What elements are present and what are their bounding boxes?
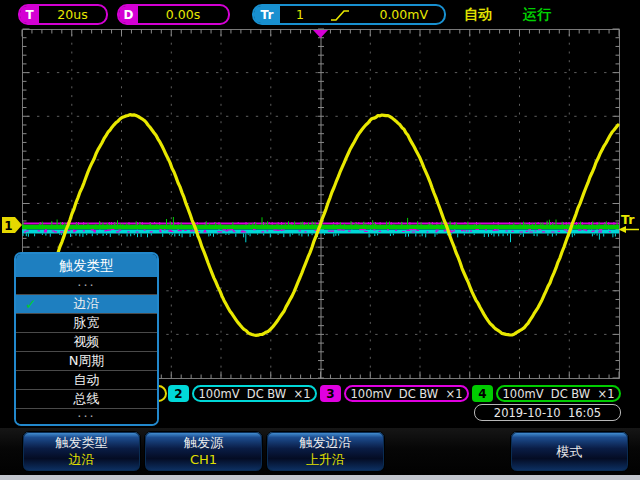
softkey-mode[interactable]: 模式 [510,431,629,472]
menu-scroll-down[interactable]: ··· [16,409,157,426]
ch3-number-badge: 3 [320,385,341,402]
softkey-trigger-source[interactable]: 触发源 CH1 [144,431,263,472]
ch4-readout-pill[interactable]: 4 100mV DC BW ×1 [472,385,621,402]
ch4-settings: 100mV DC BW ×1 [496,385,621,402]
menu-title: 触发类型 [16,254,157,277]
bottom-divider [0,475,640,480]
softkey-value: 边沿 [69,453,95,467]
menu-item-label: 总线 [74,390,100,408]
oscilloscope-screen: 1 Tr T 20us D 0.00s Tr 1 0.00mV 自动 运行 触发… [0,0,640,480]
menu-item-label: N周期 [69,352,105,370]
check-icon: ✓ [25,296,37,312]
menu-item-edge[interactable]: ✓ 边沿 [16,295,157,314]
menu-item-auto[interactable]: 自动 [16,371,157,390]
menu-item-pulse[interactable]: 脉宽 [16,314,157,333]
softkey-value: CH1 [190,453,217,467]
softkey-bar: 触发类型 边沿 触发源 CH1 触发边沿 上升沿 模式 [0,428,640,480]
softkey-title: 触发边沿 [300,436,352,450]
trigger-level-marker[interactable]: Tr [619,212,640,233]
menu-scroll-up[interactable]: ··· [16,277,157,295]
softkey-title: 触发类型 [56,436,108,450]
ch3-readout-pill[interactable]: 3 100mV DC BW ×1 [320,385,469,402]
softkey-title: 模式 [557,445,583,459]
ch2-readout-pill[interactable]: 2 100mV DC BW ×1 [168,385,317,402]
ch2-number-badge: 2 [168,385,189,402]
softkey-value: 上升沿 [306,453,345,467]
menu-item-ncycle[interactable]: N周期 [16,352,157,371]
trigger-type-menu: 触发类型 ··· ✓ 边沿 脉宽 视频 N周期 自动 总线 ··· [14,252,159,426]
menu-item-video[interactable]: 视频 [16,333,157,352]
softkey-title: 触发源 [184,436,223,450]
menu-item-label: 视频 [74,333,100,351]
menu-item-label: 脉宽 [74,314,100,332]
menu-item-label: 边沿 [74,295,100,313]
menu-item-label: 自动 [74,371,100,389]
ch4-number-badge: 4 [472,385,493,402]
softkey-trigger-edge[interactable]: 触发边沿 上升沿 [266,431,385,472]
ch1-position-marker[interactable]: 1 [2,217,22,233]
trigger-level-label: Tr [621,212,635,227]
datetime-display: 2019-10-10 16:05 [474,404,621,421]
menu-body: ··· ✓ 边沿 脉宽 视频 N周期 自动 总线 ··· [16,277,157,425]
menu-item-bus[interactable]: 总线 [16,390,157,409]
ch2-settings: 100mV DC BW ×1 [192,385,317,402]
ch1-marker-label: 1 [4,219,12,233]
softkey-trigger-type[interactable]: 触发类型 边沿 [22,431,141,472]
trigger-position-marker[interactable] [313,30,328,38]
ch3-settings: 100mV DC BW ×1 [344,385,469,402]
